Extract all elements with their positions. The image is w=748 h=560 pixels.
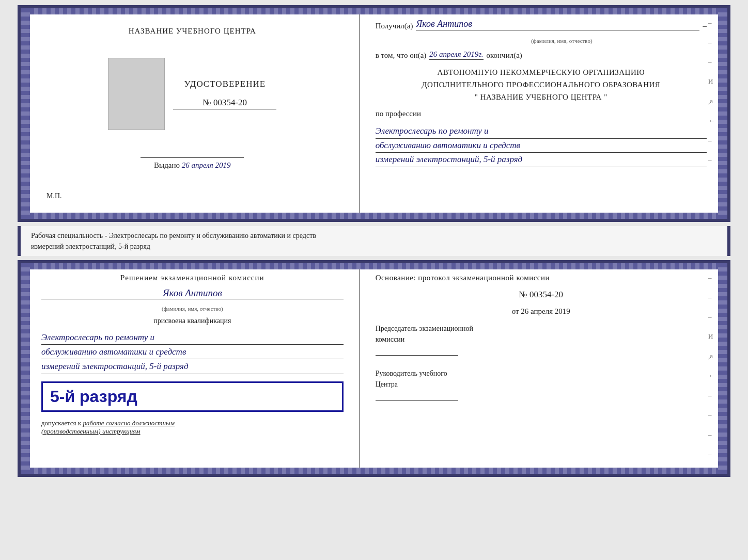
fio-hint-top: (фамилия, имя, отчество) (417, 38, 707, 44)
org-line1: АВТОНОМНУЮ НЕКОММЕРЧЕСКУЮ ОРГАНИЗАЦИЮ (376, 66, 707, 78)
vydano-line: Выдано 26 апреля 2019 (141, 161, 244, 170)
cert-bottom-right: Основание: протокол экзаменационной коми… (360, 263, 727, 474)
fio-hint-bottom: (фамилия, имя, отчество) (41, 306, 344, 312)
dopuskaetsya-work2: (производственным) инструкциям (41, 427, 141, 435)
qual-line3: измерений электростанций, 5-й разряд (41, 359, 344, 374)
info-bar-line2: измерений электростанций, 5-й разряд (31, 241, 717, 252)
cert-top: НАЗВАНИЕ УЧЕБНОГО ЦЕНТРА УДОСТОВЕРЕНИЕ №… (18, 5, 730, 222)
vydano-date: 26 апреля 2019 (182, 161, 231, 169)
rukovoditel-sign-line (376, 400, 458, 401)
recipient-name: Яков Антипов (416, 19, 699, 30)
okonchil-label: окончил(а) (487, 51, 522, 60)
prisvoena-label: присвоена квалификация (41, 317, 344, 325)
mp-label: М.П. (41, 192, 62, 200)
qual-line1: Электрослесарь по ремонту и (41, 330, 344, 345)
right-dashes-top: –––И,а←–– (708, 19, 715, 164)
dopuskaetsya-work: работе согласно должностным (83, 419, 175, 427)
rukovoditel-block: Руководитель учебного Центра (376, 368, 707, 401)
osnovanie-title: Основание: протокол экзаменационной коми… (376, 274, 707, 282)
info-bar: Рабочая специальность - Электрослесарь п… (18, 226, 730, 256)
rank-badge: 5-й разряд (41, 381, 344, 412)
cert-bottom-left: Решением экзаменационной комиссии Яков А… (21, 263, 360, 474)
profession-line2: обслуживанию автоматики и средств (376, 139, 707, 153)
predsedatel-sign-line (376, 355, 458, 356)
protokol-date: от 26 апреля 2019 (376, 307, 707, 316)
po-professii: по профессии (376, 109, 707, 118)
profession-text: Электрослесарь по ремонту и обслуживанию… (376, 124, 707, 167)
resheniem-title: Решением экзаменационной комиссии (41, 274, 344, 282)
cert-top-right: Получил(а) Яков Антипов – (фамилия, имя,… (360, 8, 727, 219)
poluchil-line: Получил(а) Яков Антипов – (376, 19, 707, 30)
info-bar-line1: Рабочая специальность - Электрослесарь п… (31, 230, 717, 241)
org-line2: ДОПОЛНИТЕЛЬНОГО ПРОФЕССИОНАЛЬНОГО ОБРАЗО… (376, 78, 707, 91)
center-title: НАЗВАНИЕ УЧЕБНОГО ЦЕНТРА (129, 27, 256, 36)
protokol-number: № 00354-20 (376, 290, 707, 300)
udostoverenie-title: УДОСТОВЕРЕНИЕ (184, 79, 266, 89)
yakov-name-bottom: Яков Антипов (41, 287, 344, 299)
predsedatel-block: Председатель экзаменационной комиссии (376, 323, 707, 356)
document-wrapper: НАЗВАНИЕ УЧЕБНОГО ЦЕНТРА УДОСТОВЕРЕНИЕ №… (18, 5, 730, 477)
cert-number-top: № 00354-20 (173, 98, 276, 109)
vtom-date: 26 апреля 2019г. (429, 50, 483, 60)
dopuskaetsya: допускается к работе согласно должностны… (41, 419, 344, 436)
profession-line3: измерений электростанций, 5-й разряд (376, 153, 707, 167)
org-quotes: " НАЗВАНИЕ УЧЕБНОГО ЦЕНТРА " (376, 91, 707, 103)
rukovoditel-label: Руководитель учебного (376, 368, 707, 379)
vtom-line: в том, что он(а) 26 апреля 2019г. окончи… (376, 50, 707, 60)
kommissii-label: комиссии (376, 334, 707, 345)
right-dashes-bottom: –––И,а←–––– (708, 274, 715, 458)
tsentra-label: Центра (376, 379, 707, 390)
cert-top-left: НАЗВАНИЕ УЧЕБНОГО ЦЕНТРА УДОСТОВЕРЕНИЕ №… (21, 8, 360, 219)
vtom-label: в том, что он(а) (376, 51, 427, 60)
cert-bottom: Решением экзаменационной комиссии Яков А… (18, 260, 730, 477)
photo-placeholder (108, 58, 165, 130)
profession-line1: Электрослесарь по ремонту и (376, 124, 707, 139)
qualification-text: Электрослесарь по ремонту и обслуживанию… (41, 330, 344, 374)
qual-line2: обслуживанию автоматики и средств (41, 345, 344, 359)
protokol-date-value: 26 апреля 2019 (521, 307, 570, 315)
poluchil-label: Получил(а) (376, 22, 413, 30)
org-block: АВТОНОМНУЮ НЕКОММЕРЧЕСКУЮ ОРГАНИЗАЦИЮ ДО… (376, 66, 707, 103)
predsedatel-label: Председатель экзаменационной (376, 323, 707, 334)
